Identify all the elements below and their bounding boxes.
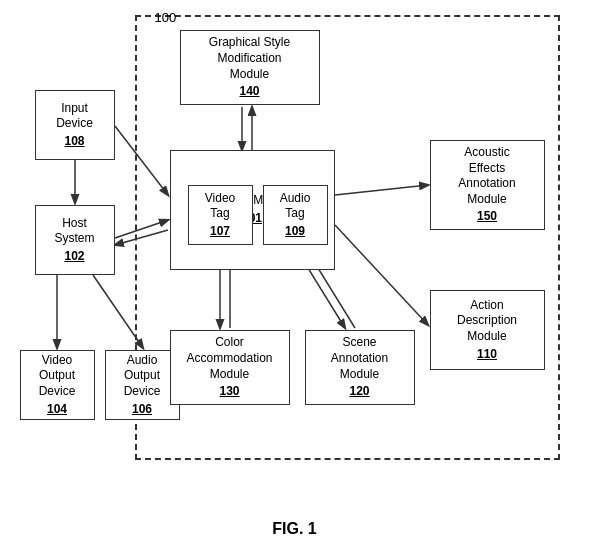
acoustic-effects-box: AcousticEffectsAnnotationModule 150 — [430, 140, 545, 230]
ref-100: 100 — [155, 10, 177, 25]
audio-output-ref: 106 — [132, 402, 152, 418]
action-description-box: ActionDescriptionModule 110 — [430, 290, 545, 370]
host-system-box: HostSystem 102 — [35, 205, 115, 275]
video-tag-label: VideoTag — [205, 191, 235, 222]
graphical-style-ref: 140 — [239, 84, 259, 100]
audio-tag-box: AudioTag 109 — [263, 185, 328, 245]
action-description-ref: 110 — [477, 347, 497, 363]
audio-tag-label: AudioTag — [280, 191, 311, 222]
video-output-box: VideoOutputDevice 104 — [20, 350, 95, 420]
host-system-ref: 102 — [64, 249, 84, 265]
figure-caption: FIG. 1 — [272, 520, 316, 538]
acoustic-effects-ref: 150 — [477, 209, 497, 225]
input-device-label: InputDevice — [56, 101, 93, 132]
video-tag-ref: 107 — [210, 224, 230, 240]
video-output-ref: 104 — [47, 402, 67, 418]
input-device-box: InputDevice 108 — [35, 90, 115, 160]
diagram: 100 — [15, 10, 575, 510]
audio-output-label: AudioOutputDevice — [124, 353, 161, 400]
input-device-ref: 108 — [64, 134, 84, 150]
video-tag-box: VideoTag 107 — [188, 185, 253, 245]
video-output-label: VideoOutputDevice — [39, 353, 76, 400]
scene-annotation-box: SceneAnnotationModule 120 — [305, 330, 415, 405]
acoustic-effects-label: AcousticEffectsAnnotationModule — [458, 145, 515, 207]
audio-tag-ref: 109 — [285, 224, 305, 240]
color-accommodation-ref: 130 — [219, 384, 239, 400]
audio-output-box: AudioOutputDevice 106 — [105, 350, 180, 420]
scene-annotation-label: SceneAnnotationModule — [331, 335, 388, 382]
host-system-label: HostSystem — [54, 216, 94, 247]
graphical-style-label: Graphical StyleModificationModule — [209, 35, 290, 82]
color-accommodation-box: ColorAccommodationModule 130 — [170, 330, 290, 405]
action-description-label: ActionDescriptionModule — [457, 298, 517, 345]
scene-annotation-ref: 120 — [349, 384, 369, 400]
color-accommodation-label: ColorAccommodationModule — [186, 335, 272, 382]
graphical-style-box: Graphical StyleModificationModule 140 — [180, 30, 320, 105]
